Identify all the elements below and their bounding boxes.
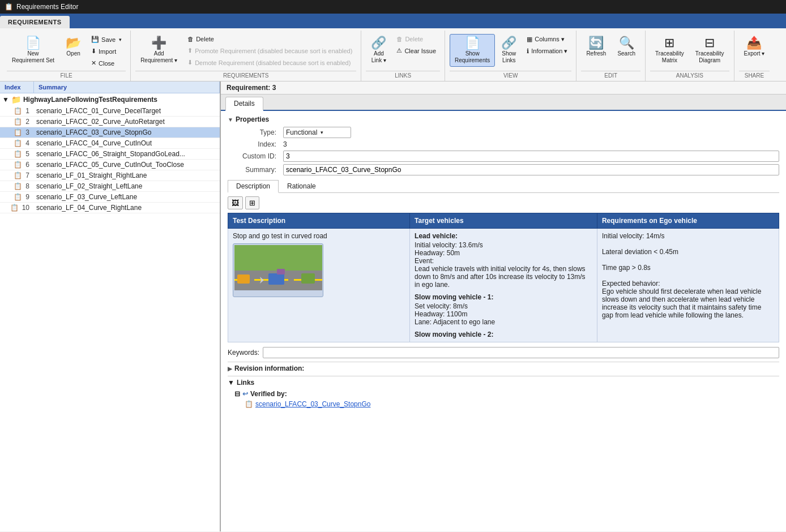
demote-requirement-button: ⬇ Demote Requirement (disabled because s… [183,57,356,68]
close-button[interactable]: ✕ Close [87,58,126,68]
traceability-matrix-button[interactable]: ⊞ TraceabilityMatrix [650,34,689,67]
ego-req-text: Initial velocity: 14m/s Lateral deviatio… [602,232,774,319]
tree-row-index: 📋 9 [0,193,34,201]
type-select[interactable]: Functional ▾ [283,127,351,138]
tree-row[interactable]: 📋 10 scenario_LF_04_Curve_RightLane [0,203,220,213]
open-label: Open [66,50,80,57]
link-group: ⊟ ↩ Verified by: 📋 scenario_LFACC_03_Cur… [234,389,779,409]
customid-input[interactable] [283,151,779,162]
link-group-arrow: ↩ [242,390,248,398]
slow-vehicle-1-bold: Slow moving vehicle - 1: [415,293,592,301]
links-actions-col: 🗑 Delete ⚠ Clear Issue [392,34,440,56]
tree-row[interactable]: 📋 9 scenario_LF_03_Curve_LeftLane [0,192,220,203]
req-actions-col: 🗑 Delete ⬆ Promote Requirement (disabled… [183,34,356,68]
tree-row[interactable]: 📋 5 scenario_LFACC_06_Straight_StopandGo… [0,149,220,160]
properties-grid: Type: Functional ▾ Index: 3 Custom ID: S… [228,127,779,175]
information-button[interactable]: ℹ Information ▾ [523,46,571,57]
information-icon: ℹ [527,48,529,55]
tree-row-index: 📋 10 [0,204,34,212]
show-links-button[interactable]: 🔗 ShowLinks [496,34,522,67]
root-folder-icon: 📁 [11,95,21,104]
refresh-button[interactable]: 🔄 Refresh [581,34,611,60]
details-content: ▼ Properties Type: Functional ▾ Index: 3… [221,111,786,531]
revision-label: Revision information: [234,364,304,372]
description-tab[interactable]: Description [228,180,279,193]
save-button[interactable]: 💾 Save ▾ [87,34,126,45]
link-item-icon: 📋 [245,400,253,408]
link-item-link[interactable]: scenario_LFACC_03_Curve_StopnGo [255,400,370,408]
trace-matrix-icon: ⊞ [664,37,674,49]
delete-requirement-button[interactable]: 🗑 Delete [183,34,356,44]
tree-row-summary: scenario_LF_01_Straight_RightLane [34,171,220,179]
rationale-tab[interactable]: Rationale [279,180,324,193]
summary-input[interactable] [283,164,779,175]
analysis-group-label: ANALYSIS [650,71,729,81]
svg-rect-8 [268,273,284,285]
add-requirement-button[interactable]: ➕ AddRequirement ▾ [135,34,182,67]
share-group-label: SHARE [739,71,770,81]
lead-vehicle-bold: Lead vehicle: [415,232,592,240]
svg-rect-10 [301,273,315,284]
close-icon: ✕ [91,59,96,67]
tree-row-selected[interactable]: 📋 3 scenario_LFACC_03_Curve_StopnGo [0,127,220,138]
ribbon-group-file: 📄 NewRequirement Set 📂 Open 💾 Save ▾ ⬇ I… [2,31,131,81]
traceability-diagram-button[interactable]: ⊟ TraceabilityDiagram [690,34,729,67]
close-label: Close [99,60,114,67]
details-tab[interactable]: Details [225,97,263,111]
columns-label: Columns ▾ [535,36,564,43]
tree-root-node[interactable]: ▼ 📁 HighwayLaneFollowingTestRequirements [0,93,220,106]
revision-header[interactable]: ▶ Revision information: [228,364,779,372]
summary-label: Summary: [228,166,279,174]
tree-row[interactable]: 📋 8 scenario_LF_02_Straight_LeftLane [0,181,220,192]
tree-row[interactable]: 📋 2 scenario_LFACC_02_Curve_AutoRetarget [0,117,220,127]
open-button[interactable]: 📂 Open [61,34,86,60]
tree-row-summary: scenario_LFACC_06_Straight_StopandGoLead… [34,150,220,158]
export-button[interactable]: 📤 Export ▾ [739,34,770,60]
columns-button[interactable]: ▦ Columns ▾ [523,34,571,45]
columns-icon: ▦ [527,36,532,43]
ribbon-tab-bar: REQUIREMENTS [0,14,786,28]
clear-issue-button[interactable]: ⚠ Clear Issue [392,45,440,56]
links-group-label: LINKS [366,71,440,81]
insert-table-button[interactable]: ⊞ [245,196,259,209]
tree-header: Index Summary [0,81,220,93]
svg-rect-9 [277,269,285,274]
tree-row-summary: scenario_LF_03_Curve_LeftLane [34,193,220,201]
col-ego-req: Requirements on Ego vehicle [597,213,779,229]
svg-rect-7 [237,274,250,284]
requirements-tab[interactable]: REQUIREMENTS [0,16,70,28]
tree-row-summary: scenario_LF_02_Straight_LeftLane [34,182,220,190]
file-group-label: FILE [7,71,126,81]
promote-label: Promote Requirement (disabled because so… [195,48,352,54]
add-link-label: AddLink ▾ [371,50,386,64]
index-value: 3 [283,140,779,148]
links-header[interactable]: ▼ Links [228,379,779,387]
show-req-label: ShowRequirements [455,50,490,64]
tree-row[interactable]: 📋 7 scenario_LF_01_Straight_RightLane [0,170,220,181]
link-group-collapse: ⊟ [234,390,240,398]
ribbon-group-analysis: ⊞ TraceabilityMatrix ⊟ TraceabilityDiagr… [646,31,734,81]
clear-issue-icon: ⚠ [396,47,402,54]
root-node-label: HighwayLaneFollowingTestRequirements [23,96,157,104]
search-icon: 🔍 [619,37,634,49]
tree-row[interactable]: 📋 6 scenario_LFACC_05_Curve_CutInOut_Too… [0,160,220,170]
col-target-vehicles: Target vehicles [410,213,597,229]
ego-requirements-cell: Initial velocity: 14m/s Lateral deviatio… [597,229,779,342]
tree-row[interactable]: 📋 1 scenario_LFACC_01_Curve_DecelTarget [0,106,220,117]
row-icon: 📋 [14,182,22,190]
delete-req-icon: 🗑 [187,36,194,42]
show-requirements-button[interactable]: 📄 ShowRequirements [450,34,495,67]
properties-section-header[interactable]: ▼ Properties [228,115,779,123]
test-desc-title: Stop and go test in curved road [233,232,405,240]
requirements-group-label: REQUIREMENTS [135,71,356,81]
tree-row[interactable]: 📋 4 scenario_LFACC_04_Curve_CutInOut [0,138,220,149]
promote-requirement-button: ⬆ Promote Requirement (disabled because … [183,45,356,56]
import-button[interactable]: ⬇ Import [87,46,126,57]
add-link-button[interactable]: 🔗 AddLink ▾ [366,34,391,67]
insert-image-button[interactable]: 🖼 [228,196,243,209]
search-button[interactable]: 🔍 Search [612,34,640,60]
new-requirement-set-button[interactable]: 📄 NewRequirement Set [7,34,59,67]
type-label: Type: [228,128,279,136]
keywords-input[interactable] [263,347,779,358]
right-panel: Requirement: 3 Details ▼ Properties Type… [221,81,786,531]
